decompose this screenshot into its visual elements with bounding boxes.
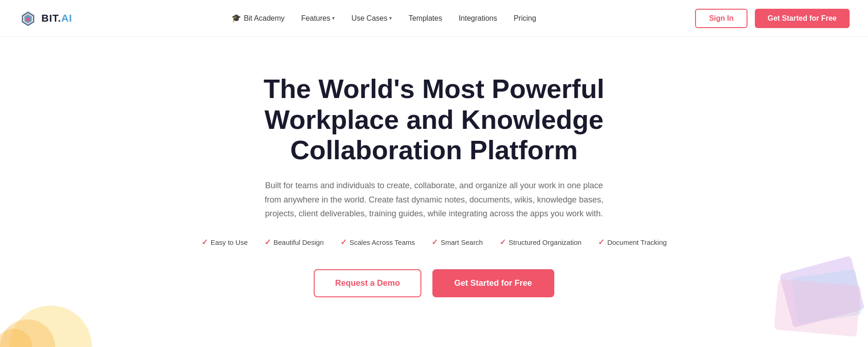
get-started-hero-button[interactable]: Get Started for Free xyxy=(432,269,554,297)
nav-item-integrations[interactable]: Integrations xyxy=(459,14,497,23)
check-icon-scales-across-teams: ✓ xyxy=(340,237,347,247)
logo-ai: AI xyxy=(61,12,72,24)
feature-document-tracking: ✓ Document Tracking xyxy=(598,237,667,247)
hero-features: ✓ Easy to Use ✓ Beautiful Design ✓ Scale… xyxy=(201,237,667,247)
check-icon-structured-organization: ✓ xyxy=(500,237,506,247)
feature-label-easy-to-use: Easy to Use xyxy=(211,238,248,246)
nav-pricing-label: Pricing xyxy=(514,14,536,23)
feature-beautiful-design: ✓ Beautiful Design xyxy=(264,237,324,247)
graduation-cap-icon: 🎓 xyxy=(231,13,241,23)
nav-integrations-label: Integrations xyxy=(459,14,497,23)
nav-item-features[interactable]: Features ▾ xyxy=(301,14,335,23)
feature-label-structured-organization: Structured Organization xyxy=(509,238,581,246)
check-icon-beautiful-design: ✓ xyxy=(264,237,271,247)
hero-title-line2: Workplace and Knowledge Collaboration Pl… xyxy=(264,104,604,165)
nav-bit-academy-label: Bit Academy xyxy=(244,14,285,23)
hero-section: The World's Most Powerful Workplace and … xyxy=(0,37,868,325)
nav-actions: Sign In Get Started for Free xyxy=(695,9,850,28)
logo[interactable]: BIT.AI xyxy=(18,9,72,28)
feature-smart-search: ✓ Smart Search xyxy=(431,237,483,247)
feature-label-scales-across-teams: Scales Across Teams xyxy=(350,238,415,246)
nav-item-use-cases[interactable]: Use Cases ▾ xyxy=(351,14,392,23)
chevron-down-icon-features: ▾ xyxy=(332,15,335,21)
nav-item-pricing[interactable]: Pricing xyxy=(514,14,536,23)
hero-subtitle: Built for teams and individuals to creat… xyxy=(259,179,609,221)
nav-links: 🎓 Bit Academy Features ▾ Use Cases ▾ Tem… xyxy=(231,13,536,23)
feature-label-document-tracking: Document Tracking xyxy=(607,238,667,246)
feature-easy-to-use: ✓ Easy to Use xyxy=(201,237,248,247)
check-icon-smart-search: ✓ xyxy=(431,237,438,247)
nav-item-templates[interactable]: Templates xyxy=(408,14,442,23)
nav-templates-label: Templates xyxy=(408,14,442,23)
chevron-down-icon-use-cases: ▾ xyxy=(389,15,392,21)
feature-label-beautiful-design: Beautiful Design xyxy=(274,238,324,246)
navbar: BIT.AI 🎓 Bit Academy Features ▾ Use Case… xyxy=(0,0,868,37)
nav-item-bit-academy[interactable]: 🎓 Bit Academy xyxy=(231,13,285,23)
feature-structured-organization: ✓ Structured Organization xyxy=(500,237,581,247)
check-icon-easy-to-use: ✓ xyxy=(201,237,208,247)
hero-title: The World's Most Powerful Workplace and … xyxy=(227,74,641,166)
hero-buttons: Request a Demo Get Started for Free xyxy=(314,269,554,297)
logo-bit: BIT xyxy=(41,12,58,24)
logo-wordmark: BIT.AI xyxy=(41,12,72,24)
nav-features-label: Features xyxy=(301,14,330,23)
feature-label-smart-search: Smart Search xyxy=(441,238,483,246)
logo-icon xyxy=(18,9,38,28)
check-icon-document-tracking: ✓ xyxy=(598,237,604,247)
signin-button[interactable]: Sign In xyxy=(695,9,747,28)
hero-title-line1: The World's Most Powerful xyxy=(264,74,604,104)
nav-use-cases-label: Use Cases xyxy=(351,14,387,23)
get-started-nav-button[interactable]: Get Started for Free xyxy=(755,9,850,28)
page-wrapper: The World's Most Powerful Workplace and … xyxy=(0,37,868,347)
request-demo-button[interactable]: Request a Demo xyxy=(314,269,421,297)
feature-scales-across-teams: ✓ Scales Across Teams xyxy=(340,237,415,247)
